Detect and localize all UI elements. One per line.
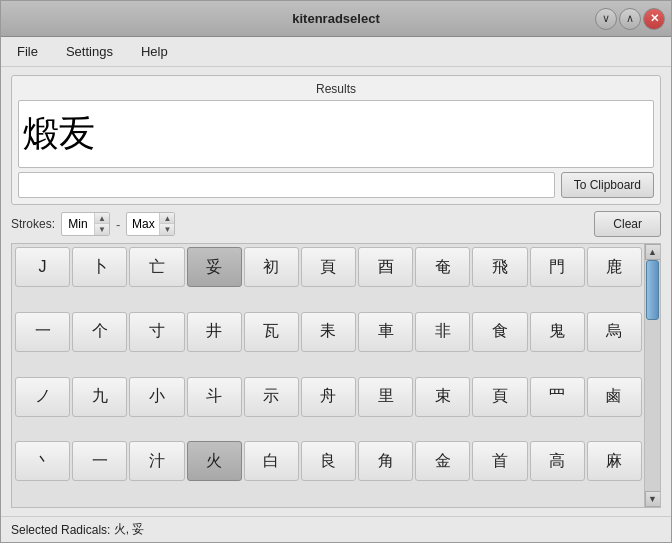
radical-button[interactable]: 妥: [187, 247, 242, 287]
radical-button[interactable]: 初: [244, 247, 299, 287]
radical-button[interactable]: 飛: [472, 247, 527, 287]
scrollbar-thumb[interactable]: [646, 260, 659, 320]
radical-button[interactable]: 首: [472, 441, 527, 481]
radical-button[interactable]: 門: [530, 247, 585, 287]
radical-button[interactable]: 鬼: [530, 312, 585, 352]
max-strokes-spinner: Max ▲ ▼: [126, 212, 175, 236]
close-button[interactable]: ✕: [643, 8, 665, 30]
status-bar: Selected Radicals: 火, 妥: [1, 516, 671, 542]
titlebar: kitenradselect ∨ ∧ ✕: [1, 1, 671, 37]
radical-button[interactable]: 頁: [301, 247, 356, 287]
radical-button[interactable]: 寸: [129, 312, 184, 352]
max-strokes-down[interactable]: ▼: [160, 224, 174, 235]
minimize-button[interactable]: ∨: [595, 8, 617, 30]
radical-button[interactable]: 汁: [129, 441, 184, 481]
radical-button[interactable]: 金: [415, 441, 470, 481]
results-display: 煅叐: [18, 100, 654, 168]
menubar: File Settings Help: [1, 37, 671, 67]
window-controls: ∨ ∧ ✕: [595, 8, 665, 30]
results-label: Results: [18, 82, 654, 96]
radical-button[interactable]: 鹵: [587, 377, 642, 417]
restore-button[interactable]: ∧: [619, 8, 641, 30]
radical-button[interactable]: 奄: [415, 247, 470, 287]
radical-button[interactable]: 一: [72, 441, 127, 481]
radical-button[interactable]: 耒: [301, 312, 356, 352]
clear-button[interactable]: Clear: [594, 211, 661, 237]
radical-button[interactable]: 車: [358, 312, 413, 352]
scrollbar-up-button[interactable]: ▲: [645, 244, 661, 260]
clipboard-input[interactable]: [18, 172, 555, 198]
radical-button[interactable]: 良: [301, 441, 356, 481]
radical-button[interactable]: 瓦: [244, 312, 299, 352]
radical-button[interactable]: 井: [187, 312, 242, 352]
results-panel: Results 煅叐 To Clipboard: [11, 75, 661, 205]
radical-button[interactable]: 示: [244, 377, 299, 417]
menu-settings[interactable]: Settings: [60, 42, 119, 61]
radical-button[interactable]: 个: [72, 312, 127, 352]
radical-button[interactable]: 舟: [301, 377, 356, 417]
min-strokes-spinner: Min ▲ ▼: [61, 212, 110, 236]
status-value: 火, 妥: [114, 521, 145, 538]
radical-button[interactable]: 九: [72, 377, 127, 417]
radical-button[interactable]: 束: [415, 377, 470, 417]
strokes-row: Strokes: Min ▲ ▼ - Max ▲ ▼ Clear: [11, 211, 661, 237]
scrollbar-thumb-area: [645, 260, 660, 491]
menu-help[interactable]: Help: [135, 42, 174, 61]
max-strokes-value: Max: [127, 217, 159, 231]
menu-file[interactable]: File: [11, 42, 44, 61]
scrollbar-track: ▲ ▼: [644, 244, 660, 507]
radical-button[interactable]: 頁: [472, 377, 527, 417]
radical-button[interactable]: 里: [358, 377, 413, 417]
radical-button[interactable]: 亡: [129, 247, 184, 287]
radical-button[interactable]: 斗: [187, 377, 242, 417]
radical-button[interactable]: 白: [244, 441, 299, 481]
window-title: kitenradselect: [292, 11, 379, 26]
scrollbar-down-button[interactable]: ▼: [645, 491, 661, 507]
radical-button[interactable]: 鹿: [587, 247, 642, 287]
radical-button[interactable]: 麻: [587, 441, 642, 481]
radical-button[interactable]: 烏: [587, 312, 642, 352]
strokes-label: Strokes:: [11, 217, 55, 231]
radicals-grid: J卜亡妥初頁酉奄飛門鹿一个寸井瓦耒車非食鬼烏ノ九小斗示舟里束頁罒鹵丶一汁火白良角…: [12, 244, 660, 507]
radical-button[interactable]: 高: [530, 441, 585, 481]
main-window: kitenradselect ∨ ∧ ✕ File Settings Help …: [0, 0, 672, 543]
radical-button[interactable]: 丶: [15, 441, 70, 481]
radical-button[interactable]: 一: [15, 312, 70, 352]
min-strokes-up[interactable]: ▲: [95, 213, 109, 224]
results-text: 煅叐: [23, 110, 95, 159]
min-strokes-down[interactable]: ▼: [95, 224, 109, 235]
status-label: Selected Radicals:: [11, 523, 110, 537]
strokes-separator: -: [116, 217, 120, 232]
max-strokes-arrows: ▲ ▼: [159, 213, 174, 235]
radical-button[interactable]: 食: [472, 312, 527, 352]
radical-button[interactable]: 小: [129, 377, 184, 417]
radical-button[interactable]: 非: [415, 312, 470, 352]
radical-button[interactable]: 卜: [72, 247, 127, 287]
min-strokes-arrows: ▲ ▼: [94, 213, 109, 235]
radical-button[interactable]: 酉: [358, 247, 413, 287]
clipboard-row: To Clipboard: [18, 172, 654, 198]
radical-button[interactable]: 火: [187, 441, 242, 481]
radicals-grid-wrapper: J卜亡妥初頁酉奄飛門鹿一个寸井瓦耒車非食鬼烏ノ九小斗示舟里束頁罒鹵丶一汁火白良角…: [11, 243, 661, 508]
radical-button[interactable]: 罒: [530, 377, 585, 417]
radical-button[interactable]: J: [15, 247, 70, 287]
radical-button[interactable]: ノ: [15, 377, 70, 417]
radical-button[interactable]: 角: [358, 441, 413, 481]
min-strokes-value: Min: [62, 217, 94, 231]
max-strokes-up[interactable]: ▲: [160, 213, 174, 224]
content-area: Results 煅叐 To Clipboard Strokes: Min ▲ ▼…: [1, 67, 671, 516]
to-clipboard-button[interactable]: To Clipboard: [561, 172, 654, 198]
